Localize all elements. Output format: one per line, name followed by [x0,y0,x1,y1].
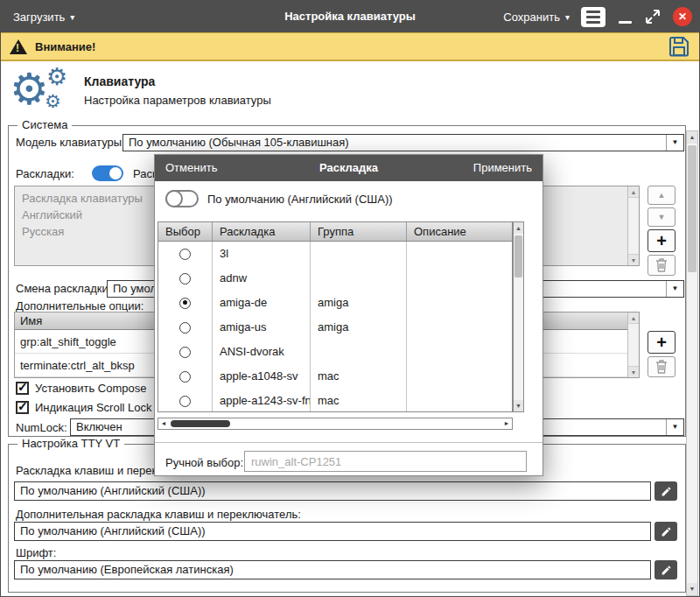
titlebar-controls: Сохранить ▾ ✕ [503,1,692,32]
layout-table: Выбор Раскладка Группа Описание 3l adnw … [158,221,513,412]
layout-group: mac [311,389,407,412]
compose-checkbox-row: Установить Compose [16,382,146,395]
load-menu-button[interactable]: Загрузить ▾ [13,1,74,32]
scrollbar-thumb[interactable] [688,145,696,272]
table-row[interactable]: adnw [158,266,512,291]
scroll-down-icon[interactable]: ▼ [628,254,639,265]
scroll-down-icon[interactable]: ▼ [514,400,523,411]
option-delete-button[interactable] [648,356,676,377]
scroll-left-icon[interactable]: ◄ [158,418,169,429]
keyboard-model-select[interactable]: По умолчанию (Обычная 105-клавишная) ▼ [122,134,684,151]
scroll-down-icon[interactable]: ▼ [687,583,697,595]
layout-add-button[interactable]: + [648,229,676,252]
dialog-horizontal-scrollbar[interactable]: ◄ ► [158,418,513,430]
option-add-button[interactable]: + [648,331,676,354]
pencil-icon [661,565,672,576]
warning-text: Внимание! [35,40,95,53]
layout-name: amiga-de [213,291,311,315]
numlock-label: NumLock: [16,421,67,434]
warning-bar: Внимание! [1,32,699,61]
hamburger-icon [586,11,600,13]
layout-group: amiga [311,315,407,340]
down-arrow-icon: ▼ [658,213,666,221]
layout-description [407,242,512,266]
layout-radio[interactable] [179,249,191,260]
warning-icon [10,39,27,54]
table-row[interactable]: ANSI-dvorak [158,340,512,364]
layout-move-down-button[interactable]: ▼ [648,207,676,227]
chevron-down-icon: ▾ [70,12,74,22]
tty-extra-layout-edit-button[interactable] [654,522,677,541]
layouts-toggle[interactable] [92,165,123,181]
save-menu-button[interactable]: Сохранить ▾ [503,11,570,24]
scroll-right-icon[interactable]: ► [501,418,512,429]
dialog-vertical-scrollbar[interactable]: ▲ ▼ [513,221,524,412]
table-row[interactable]: amiga-de amiga [158,291,512,315]
scrolllock-checkbox-row: Индикация Scroll Lock [16,401,152,414]
dialog-separator [155,442,542,443]
tty-extra-layout-field[interactable]: По умолчанию (Английский (США)) [14,522,651,541]
column-header: Раскладка [213,222,311,241]
tty-layout-field[interactable]: По умолчанию (Английский (США)) [14,481,651,501]
layout-move-up-button[interactable]: ▲ [648,186,676,205]
layout-radio[interactable] [179,371,191,383]
main-scrollbar[interactable]: ▲ ▼ [686,130,698,596]
tty-font-edit-button[interactable] [654,560,677,579]
layout-radio[interactable] [179,298,191,309]
scroll-up-icon[interactable]: ▲ [628,186,639,198]
chevron-down-icon: ▾ [565,12,570,22]
hamburger-menu-button[interactable] [581,7,606,27]
scroll-up-icon[interactable]: ▲ [514,222,523,234]
table-row[interactable]: amiga-us amiga [158,315,512,340]
layout-name: apple-a1048-sv [213,364,311,389]
scrollbar-thumb[interactable] [171,420,230,427]
layout-delete-button[interactable] [648,255,676,276]
trash-icon [655,360,668,374]
layout-dialog: Отменить Раскладка Применить По умолчани… [154,154,543,476]
manual-choice-label: Ручной выбор: [165,453,243,474]
scroll-down-icon[interactable]: ▼ [628,366,639,377]
page-title: Клавиатура [84,74,155,88]
table-row[interactable]: 3l [158,242,512,266]
default-layout-toggle[interactable] [165,190,199,207]
column-header: Группа [311,222,407,241]
scroll-up-icon[interactable]: ▲ [628,313,639,324]
layout-radio[interactable] [179,273,191,284]
dialog-apply-button[interactable]: Применить [473,155,532,181]
chevron-down-icon[interactable]: ▼ [666,281,683,297]
layout-group: mac [311,364,407,389]
options-table-scrollbar[interactable]: ▲ ▼ [627,313,639,377]
chevron-down-icon[interactable]: ▼ [666,419,683,435]
load-menu-label: Загрузить [13,11,65,24]
close-button[interactable]: ✕ [673,7,692,26]
dialog-header: Отменить Раскладка Применить [155,155,542,181]
layout-radio[interactable] [179,347,191,358]
chevron-down-icon[interactable]: ▼ [666,135,683,151]
manual-choice-input[interactable] [244,451,527,472]
layout-description [407,291,512,315]
tty-layout-edit-button[interactable] [654,481,677,501]
layout-description [407,315,512,340]
layout-radio[interactable] [179,322,191,334]
scrolllock-checkbox[interactable] [16,401,29,414]
layout-name: apple-a1243-sv-fn [213,389,311,412]
up-arrow-icon: ▲ [658,191,666,200]
save-file-icon[interactable] [668,35,690,58]
tty-font-field[interactable]: По умолчанию (Европейская латинская) [14,560,651,579]
gears-icon: ⚙ ⚙ ⚙ [8,66,78,118]
default-layout-label: По умолчанию (Английский (США)) [207,193,393,206]
scrollbar-thumb[interactable] [514,235,522,277]
layouts-list-scrollbar[interactable]: ▲ ▼ [627,186,639,265]
save-menu-label: Сохранить [503,11,560,24]
maximize-button[interactable] [644,8,662,25]
layout-radio[interactable] [179,396,191,407]
layout-name: ANSI-dvorak [213,340,311,364]
minimize-button[interactable] [617,7,633,27]
table-row[interactable]: apple-a1243-sv-fn mac [158,389,512,412]
layout-group [311,266,407,291]
keyboard-settings-window: Настройка клавиатуры Загрузить ▾ Сохрани… [0,0,700,597]
table-row[interactable]: apple-a1048-sv mac [158,364,512,389]
scroll-up-icon[interactable]: ▲ [687,131,697,144]
compose-checkbox[interactable] [16,382,29,395]
layout-name: 3l [213,242,311,266]
